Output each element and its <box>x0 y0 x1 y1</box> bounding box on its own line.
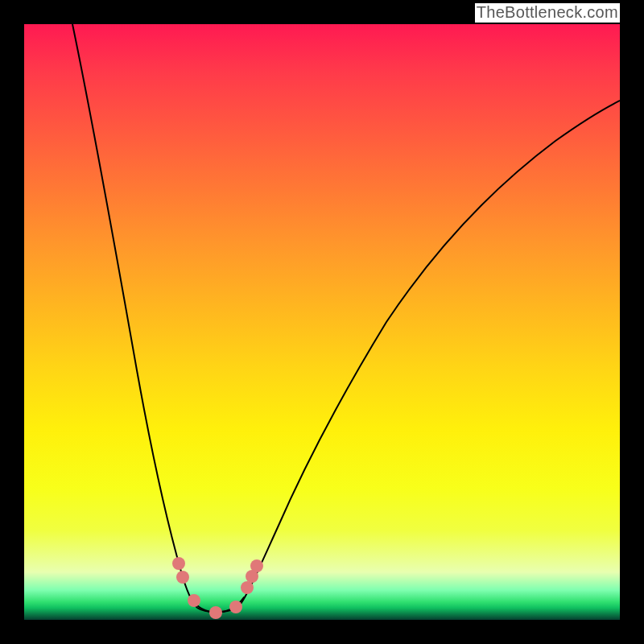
right-branch <box>237 101 620 608</box>
marker-dot <box>176 571 189 584</box>
marker-dot <box>241 581 254 594</box>
marker-dot <box>188 594 200 607</box>
marker-dot <box>250 559 263 572</box>
bottleneck-curve <box>24 24 620 620</box>
chart-frame: TheBottleneck.com <box>0 0 644 644</box>
marker-dot <box>229 601 242 613</box>
marker-dot <box>172 557 185 570</box>
left-branch <box>72 24 197 608</box>
marker-dot <box>209 606 222 619</box>
watermark-label: TheBottleneck.com <box>475 3 620 23</box>
